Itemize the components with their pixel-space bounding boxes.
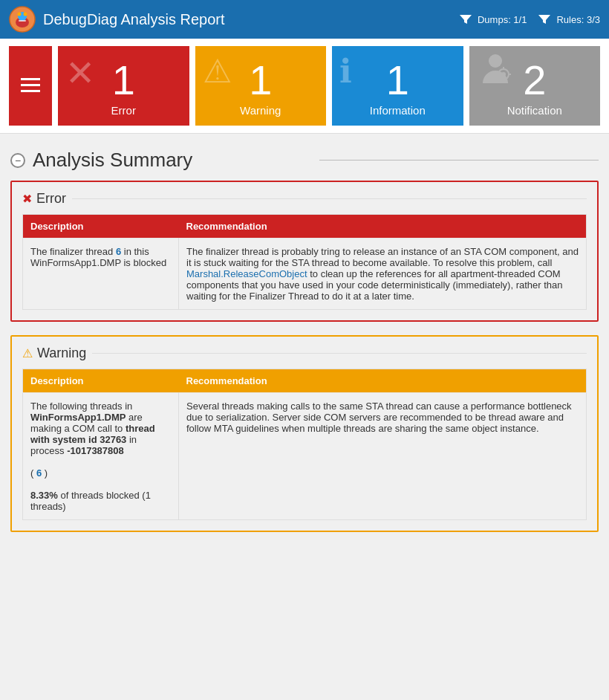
notification-tile[interactable]: 2 Notification xyxy=(469,46,601,126)
table-row: The finalizer thread 6 in this WinFormsA… xyxy=(23,239,587,310)
collapse-button[interactable]: − xyxy=(10,153,25,168)
warning-col-description: Description xyxy=(23,369,179,393)
main-content: − Analysis Summary ✖ Error Description R… xyxy=(0,134,609,554)
error-col-recommendation: Recommendation xyxy=(179,215,587,239)
svg-point-6 xyxy=(489,54,502,68)
error-col-description: Description xyxy=(23,215,179,239)
error-tile-count: 1 xyxy=(112,59,135,101)
information-tile-icon: ℹ xyxy=(339,52,352,90)
warning-box-title: Warning xyxy=(37,346,86,361)
information-tile[interactable]: ℹ 1 Information xyxy=(332,46,463,126)
information-tile-label: Information xyxy=(370,104,426,117)
error-box-header: ✖ Error xyxy=(22,191,587,207)
warning-recommendation-cell: Several threads making calls to the same… xyxy=(179,393,587,520)
warning-rec-text: Several threads making calls to the same… xyxy=(186,401,572,434)
warning-desc-bold3: -1017387808 xyxy=(67,445,124,456)
svg-point-3 xyxy=(18,13,22,16)
error-box-title: Error xyxy=(36,191,66,207)
error-recommendation-cell: The finalizer thread is probably tring t… xyxy=(179,239,587,310)
error-tile-label: Error xyxy=(111,104,136,117)
menu-tile[interactable] xyxy=(9,46,52,126)
warning-box-header: ⚠ Warning xyxy=(22,346,587,361)
tiles-row: ✕ 1 Error ⚠ 1 Warning ℹ 1 Information xyxy=(0,39,609,134)
notification-tile-label: Notification xyxy=(507,104,562,117)
error-box-icon: ✖ xyxy=(22,192,32,206)
error-table: Description Recommendation The finalizer… xyxy=(22,214,587,310)
svg-rect-12 xyxy=(508,74,511,75)
warning-tile[interactable]: ⚠ 1 Warning xyxy=(195,46,327,126)
table-row: The following threads in WinFormsApp1.DM… xyxy=(23,393,587,520)
header-badges: Dumps: 1/1 Rules: 3/3 xyxy=(458,12,600,27)
warning-tile-label: Warning xyxy=(240,104,281,117)
error-tile-icon: ✕ xyxy=(65,52,95,94)
app-logo xyxy=(9,6,36,33)
hamburger-icon xyxy=(21,78,40,92)
svg-point-4 xyxy=(24,13,27,16)
rules-badge: Rules: 3/3 xyxy=(537,12,600,27)
warning-percent: 8.33% xyxy=(30,490,58,501)
section-divider xyxy=(319,160,599,161)
dumps-label: Dumps: 1/1 xyxy=(478,14,527,25)
warning-tile-icon: ⚠ xyxy=(203,52,232,90)
warning-description-cell: The following threads in WinFormsApp1.DM… xyxy=(23,393,179,520)
app-header: DebugDiag Analysis Report Dumps: 1/1 Rul… xyxy=(0,0,609,39)
svg-rect-11 xyxy=(496,74,499,75)
svg-point-8 xyxy=(501,72,506,77)
analysis-summary-title: Analysis Summary xyxy=(33,149,312,172)
information-tile-count: 1 xyxy=(386,59,409,101)
error-desc-prefix: The finalizer thread xyxy=(30,246,116,257)
dumps-badge: Dumps: 1/1 xyxy=(458,12,527,27)
error-rec-text: The finalizer thread is probably tring t… xyxy=(186,246,579,268)
analysis-summary-header: − Analysis Summary xyxy=(10,149,599,172)
warning-box: ⚠ Warning Description Recommendation The… xyxy=(10,335,599,532)
warning-desc-bold1: WinFormsApp1.DMP xyxy=(30,412,126,423)
notification-tile-count: 2 xyxy=(523,59,546,101)
svg-rect-10 xyxy=(503,79,504,82)
dumps-filter-icon xyxy=(458,12,473,27)
warning-box-icon: ⚠ xyxy=(22,346,33,360)
warning-paren-close: ) xyxy=(42,467,48,479)
warning-tile-count: 1 xyxy=(249,59,272,101)
app-title: DebugDiag Analysis Report xyxy=(43,11,458,28)
error-description-cell: The finalizer thread 6 in this WinFormsA… xyxy=(23,239,179,310)
rules-label: Rules: 3/3 xyxy=(556,14,600,25)
notification-tile-icon xyxy=(477,52,514,97)
error-tile[interactable]: ✕ 1 Error xyxy=(58,46,189,126)
warning-col-recommendation: Recommendation xyxy=(179,369,587,393)
svg-rect-9 xyxy=(503,67,504,70)
svg-rect-5 xyxy=(19,20,26,22)
rules-filter-icon xyxy=(537,12,552,27)
warning-table: Description Recommendation The following… xyxy=(22,369,587,520)
warning-paren-open: ( xyxy=(30,467,36,479)
warning-desc-line1: The following threads in xyxy=(30,401,132,412)
marshal-link[interactable]: Marshal.ReleaseComObject xyxy=(186,268,307,279)
error-box: ✖ Error Description Recommendation The f… xyxy=(10,181,599,322)
